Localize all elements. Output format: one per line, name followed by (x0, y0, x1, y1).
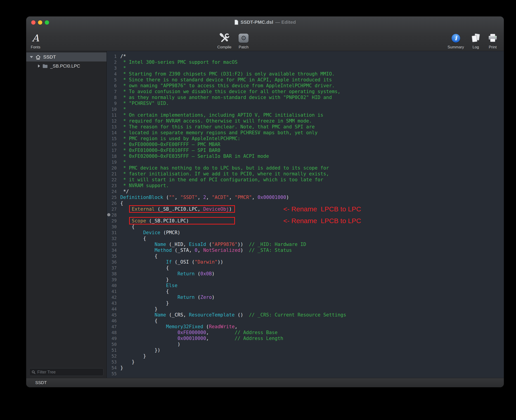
titlebar: SSDT-PMC.dsl — Edited (26, 16, 504, 28)
fonts-label: Fonts (31, 45, 40, 50)
gear-icon: ⚙ (241, 35, 246, 41)
log-pages-icon (471, 33, 481, 43)
info-icon: i (452, 34, 460, 43)
code-editor[interactable]: 1234567891011121314151617181920212223242… (107, 51, 504, 378)
window-title-area: SSDT-PMC.dsl — Edited (26, 19, 504, 25)
summary-label: Summary (448, 45, 464, 50)
window-header: SSDT-PMC.dsl — Edited A Fonts (26, 16, 504, 51)
sidebar-item-label: _SB.PCI0.LPC (50, 64, 80, 69)
rename-annotation-box-external (129, 205, 235, 213)
print-icon (487, 33, 498, 43)
log-label: Log (473, 45, 479, 50)
patch-icon: ⚙ (239, 34, 249, 43)
patch-button[interactable]: ⚙ Patch (239, 28, 249, 50)
compile-button[interactable]: Compile (217, 28, 231, 50)
sidebar-item-ssdt[interactable]: SSDT (26, 52, 106, 61)
sidebar-item-sb-pci0-lpc[interactable]: _SB.PCI0.LPC (26, 61, 106, 71)
status-path: SSDT (35, 380, 47, 385)
home-icon (35, 54, 41, 60)
disclosure-closed-icon[interactable] (38, 64, 40, 68)
patch-label: Patch (239, 45, 249, 50)
sidebar-item-label: SSDT (43, 54, 56, 60)
print-button[interactable]: Print (487, 28, 498, 50)
sidebar-tree: SSDT _SB.PCI0.LPC (26, 51, 107, 378)
print-label: Print (489, 45, 497, 50)
maciasl-window: SSDT-PMC.dsl — Edited A Fonts (26, 16, 504, 387)
window-title-edited: — Edited (275, 19, 296, 25)
line-marker-dot (107, 213, 110, 216)
status-bar: SSDT (26, 378, 504, 387)
compile-icon (219, 33, 230, 43)
fonts-icon: A (32, 33, 39, 43)
rename-annotation-note-2: <- Rename LPCB to LPC (283, 217, 361, 225)
compile-label: Compile (217, 45, 231, 50)
summary-button[interactable]: i Summary (448, 28, 464, 50)
log-button[interactable]: Log (471, 28, 481, 50)
code-pane[interactable]: /* * Intel 300-series PMC support for ma… (119, 53, 504, 377)
rename-annotation-note-1: <- Rename LPCB to LPC (283, 205, 361, 213)
code-area[interactable]: /* * Intel 300-series PMC support for ma… (120, 53, 504, 377)
toolbar: A Fonts (26, 28, 504, 51)
disclosure-open-icon[interactable] (30, 56, 33, 58)
folder-icon (42, 64, 48, 68)
filter-tree-field[interactable] (29, 368, 104, 376)
window-body: SSDT _SB.PCI0.LPC 1234567891011121314151… (26, 51, 504, 378)
window-title: SSDT-PMC.dsl (241, 19, 273, 25)
fonts-button[interactable]: A Fonts (31, 28, 40, 50)
rename-annotation-box-scope (129, 217, 235, 225)
filter-tree-input[interactable] (37, 370, 101, 375)
search-icon (32, 370, 36, 374)
document-icon (234, 20, 239, 25)
